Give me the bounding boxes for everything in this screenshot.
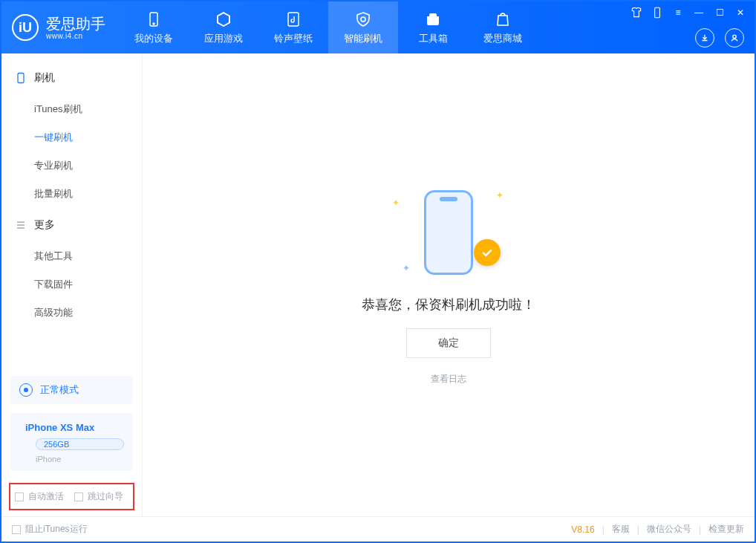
sidebar-group-label: 更多 xyxy=(34,218,55,232)
minimize-button[interactable]: — xyxy=(692,6,706,19)
svg-rect-2 xyxy=(288,13,299,26)
nav-label: 铃声壁纸 xyxy=(274,32,313,45)
svg-point-1 xyxy=(153,23,154,25)
main-pane: ✦ ✦ ✦ 恭喜您，保资料刷机成功啦！ 确定 查看日志 xyxy=(143,53,755,516)
sparkle-icon: ✦ xyxy=(392,198,400,208)
sidebar-item-batch-flash[interactable]: 批量刷机 xyxy=(1,180,142,208)
view-log-link[interactable]: 查看日志 xyxy=(431,373,466,386)
toolbox-icon xyxy=(423,10,443,29)
option-skip-guide[interactable]: 跳过向导 xyxy=(74,490,123,503)
sidebar-group-more[interactable]: 更多 xyxy=(1,208,142,242)
option-label: 自动激活 xyxy=(28,490,64,503)
nav-store[interactable]: 爱思商城 xyxy=(468,1,538,53)
sidebar-item-oneclick-flash[interactable]: 一键刷机 xyxy=(1,123,142,152)
sparkle-icon: ✦ xyxy=(496,190,504,201)
option-label: 跳过向导 xyxy=(88,490,123,503)
svg-rect-3 xyxy=(655,7,660,18)
titlebar: iU 爱思助手 www.i4.cn 我的设备 应用游戏 铃声壁纸 智能刷机 xyxy=(1,1,755,53)
nav-my-device[interactable]: 我的设备 xyxy=(119,1,189,53)
success-illustration: ✦ ✦ ✦ xyxy=(389,184,508,281)
logo-text: 爱思助手 www.i4.cn xyxy=(46,16,105,40)
phone-outline-icon xyxy=(424,190,473,275)
sidebar-item-download-firmware[interactable]: 下载固件 xyxy=(1,270,142,299)
device-card[interactable]: iPhone XS Max 256GB iPhone xyxy=(10,413,133,471)
sidebar-content: 刷机 iTunes刷机 一键刷机 专业刷机 批量刷机 更多 其他工具 下载固件 … xyxy=(1,53,142,371)
sidebar-item-itunes-flash[interactable]: iTunes刷机 xyxy=(1,95,142,123)
version-label: V8.16 xyxy=(571,524,594,535)
app-url: www.i4.cn xyxy=(46,32,105,40)
nav-label: 工具箱 xyxy=(419,32,448,45)
footer-right: V8.16 | 客服 | 微信公众号 | 检查更新 xyxy=(571,523,744,536)
device-name: iPhone XS Max xyxy=(25,422,94,433)
svg-rect-5 xyxy=(18,74,24,83)
header-actions xyxy=(695,28,744,48)
footer-link-support[interactable]: 客服 xyxy=(612,523,630,536)
menu-icon[interactable]: ≡ xyxy=(671,6,685,19)
checkbox-icon xyxy=(12,525,21,534)
list-icon xyxy=(15,219,27,231)
checkbox-icon xyxy=(15,492,24,501)
svg-point-4 xyxy=(733,35,736,38)
device-type: iPhone xyxy=(36,455,124,464)
nav-label: 我的设备 xyxy=(134,32,173,45)
footer-block-itunes[interactable]: 阻止iTunes运行 xyxy=(12,523,88,536)
refresh-shield-icon xyxy=(353,10,373,29)
nav-label: 智能刷机 xyxy=(344,32,382,45)
nav-toolbox[interactable]: 工具箱 xyxy=(398,1,468,53)
phone-icon xyxy=(144,10,163,29)
music-icon xyxy=(284,10,303,29)
option-auto-activate[interactable]: 自动激活 xyxy=(15,490,64,503)
maximize-button[interactable]: ☐ xyxy=(713,6,726,19)
success-message: 恭喜您，保资料刷机成功啦！ xyxy=(362,296,535,313)
mode-label: 正常模式 xyxy=(40,383,79,397)
body: 刷机 iTunes刷机 一键刷机 专业刷机 批量刷机 更多 其他工具 下载固件 … xyxy=(1,53,755,516)
sidebar-item-other-tools[interactable]: 其他工具 xyxy=(1,242,142,270)
sidebar-item-advanced[interactable]: 高级功能 xyxy=(1,299,142,327)
statusbar: 阻止iTunes运行 V8.16 | 客服 | 微信公众号 | 检查更新 xyxy=(1,516,755,542)
phone-small-icon[interactable] xyxy=(651,6,664,19)
footer-link-update[interactable]: 检查更新 xyxy=(708,523,744,536)
options-highlight-box: 自动激活 跳过向导 xyxy=(9,483,134,510)
close-button[interactable]: ✕ xyxy=(734,6,747,19)
sidebar-group-flash[interactable]: 刷机 xyxy=(1,61,142,95)
nav-label: 应用游戏 xyxy=(204,32,243,45)
sidebar: 刷机 iTunes刷机 一键刷机 专业刷机 批量刷机 更多 其他工具 下载固件 … xyxy=(1,53,143,516)
nav-smart-flash[interactable]: 智能刷机 xyxy=(328,1,398,53)
shirt-icon[interactable] xyxy=(630,6,643,19)
phone-outline-icon xyxy=(15,72,27,84)
bag-icon xyxy=(493,10,512,29)
download-icon[interactable] xyxy=(695,28,714,48)
ok-button[interactable]: 确定 xyxy=(406,328,491,358)
sidebar-item-pro-flash[interactable]: 专业刷机 xyxy=(1,152,142,180)
checkbox-icon xyxy=(74,492,83,501)
footer-link-wechat[interactable]: 微信公众号 xyxy=(647,523,691,536)
footer-label: 阻止iTunes运行 xyxy=(25,523,88,536)
user-icon[interactable] xyxy=(725,28,744,48)
top-nav: 我的设备 应用游戏 铃声壁纸 智能刷机 工具箱 爱思商城 xyxy=(119,1,538,53)
mode-indicator-icon xyxy=(19,383,33,397)
logo-block[interactable]: iU 爱思助手 www.i4.cn xyxy=(1,1,119,53)
window-controls: ≡ — ☐ ✕ xyxy=(630,6,747,19)
app-name: 爱思助手 xyxy=(46,16,105,32)
nav-ring-wallpaper[interactable]: 铃声壁纸 xyxy=(258,1,328,53)
sparkle-icon: ✦ xyxy=(403,263,410,273)
sidebar-group-label: 刷机 xyxy=(34,71,55,85)
mode-card[interactable]: 正常模式 xyxy=(10,376,133,404)
device-capacity-badge: 256GB xyxy=(36,438,124,450)
check-badge-icon xyxy=(474,239,501,266)
nav-label: 爱思商城 xyxy=(483,32,522,45)
logo-icon: iU xyxy=(12,14,39,41)
app-window: iU 爱思助手 www.i4.cn 我的设备 应用游戏 铃声壁纸 智能刷机 xyxy=(0,0,756,543)
cube-icon xyxy=(214,10,233,29)
nav-apps-games[interactable]: 应用游戏 xyxy=(189,1,258,53)
